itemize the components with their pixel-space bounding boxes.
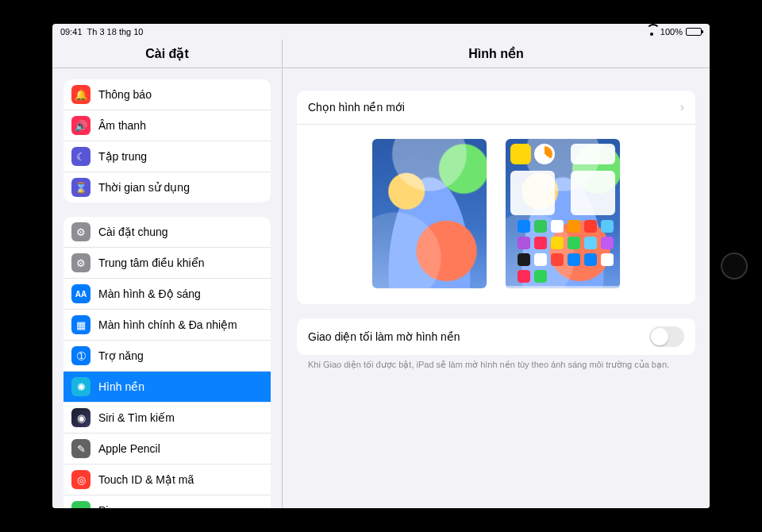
home-button[interactable] bbox=[721, 253, 748, 279]
gear-icon: ⚙ bbox=[71, 222, 90, 241]
sidebar-item-focus[interactable]: ☾ Tập trung bbox=[64, 141, 271, 172]
dark-dim-toggle[interactable] bbox=[649, 326, 684, 347]
homescreen-preview[interactable] bbox=[506, 139, 620, 288]
content: 🔔 Thông báo 🔊 Âm thanh ☾ Tập trung ⌛ Thờ… bbox=[52, 68, 710, 508]
wallpaper-previews bbox=[297, 125, 695, 304]
dock bbox=[506, 286, 620, 288]
app-grid bbox=[506, 217, 620, 286]
screen: 09:41 Th 3 18 thg 10 100% Cài đặt Hình n… bbox=[52, 24, 710, 508]
sidebar-item-label: Pin bbox=[98, 504, 114, 508]
grid-icon: ▦ bbox=[71, 315, 90, 334]
widget-notes bbox=[571, 144, 615, 164]
speaker-icon: 🔊 bbox=[71, 116, 90, 135]
page-title: Hình nền bbox=[283, 40, 710, 67]
sidebar-item-home-multitask[interactable]: ▦ Màn hình chính & Đa nhiệm bbox=[64, 310, 271, 341]
sidebar-item-screentime[interactable]: ⌛ Thời gian sử dụng bbox=[64, 172, 271, 202]
status-date: Th 3 18 thg 10 bbox=[87, 27, 144, 37]
battery-percent: 100% bbox=[660, 27, 683, 37]
text-size-icon: AA bbox=[71, 284, 90, 303]
sidebar[interactable]: 🔔 Thông báo 🔊 Âm thanh ☾ Tập trung ⌛ Thờ… bbox=[52, 68, 283, 508]
sidebar-item-label: Trung tâm điều khiển bbox=[98, 256, 204, 269]
sidebar-item-wallpaper[interactable]: ✺ Hình nền bbox=[64, 372, 271, 403]
sidebar-item-label: Tập trung bbox=[98, 150, 147, 163]
dark-dim-card: Giao diện tối làm mờ hình nền bbox=[297, 318, 695, 355]
dark-dim-footer: Khi Giao diện tối được bật, iPad sẽ làm … bbox=[297, 355, 695, 370]
status-time: 09:41 bbox=[60, 27, 83, 37]
siri-icon: ◉ bbox=[71, 408, 90, 427]
header-bar: Cài đặt Hình nền bbox=[52, 40, 710, 68]
sidebar-item-label: Siri & Tìm kiếm bbox=[98, 411, 175, 424]
sidebar-item-general[interactable]: ⚙ Cài đặt chung bbox=[64, 217, 271, 248]
choose-wallpaper-card: Chọn hình nền mới › bbox=[297, 91, 695, 304]
battery-icon: ▬ bbox=[71, 501, 90, 508]
lockscreen-preview[interactable] bbox=[372, 139, 487, 288]
sidebar-item-label: Trợ năng bbox=[98, 349, 144, 362]
choose-new-wallpaper-row[interactable]: Chọn hình nền mới › bbox=[297, 91, 695, 125]
widget-calendar bbox=[510, 171, 555, 215]
pencil-icon: ✎ bbox=[71, 439, 90, 458]
sidebar-item-touch-id[interactable]: ◎ Touch ID & Mật mã bbox=[64, 465, 271, 495]
sidebar-item-label: Âm thanh bbox=[98, 119, 146, 132]
sidebar-item-notifications[interactable]: 🔔 Thông báo bbox=[64, 79, 271, 110]
sidebar-group-2: ⚙ Cài đặt chung ⚙ Trung tâm điều khiển A… bbox=[64, 217, 271, 508]
sidebar-item-accessibility[interactable]: ➀ Trợ năng bbox=[64, 341, 271, 372]
choose-new-wallpaper-label: Chọn hình nền mới bbox=[308, 101, 405, 114]
bell-icon: 🔔 bbox=[71, 85, 90, 104]
sidebar-item-label: Apple Pencil bbox=[98, 442, 160, 455]
wallpaper-icon: ✺ bbox=[71, 377, 90, 396]
sidebar-item-label: Màn hình & Độ sáng bbox=[98, 287, 201, 300]
sidebar-item-label: Cài đặt chung bbox=[98, 226, 168, 238]
sidebar-item-control-center[interactable]: ⚙ Trung tâm điều khiển bbox=[64, 248, 271, 279]
sidebar-item-sound[interactable]: 🔊 Âm thanh bbox=[64, 110, 271, 141]
detail-pane[interactable]: Chọn hình nền mới › bbox=[283, 68, 710, 508]
chevron-right-icon: › bbox=[680, 100, 684, 114]
fingerprint-icon: ◎ bbox=[71, 470, 90, 489]
sidebar-title: Cài đặt bbox=[52, 40, 283, 67]
sidebar-item-apple-pencil[interactable]: ✎ Apple Pencil bbox=[64, 434, 271, 465]
hourglass-icon: ⌛ bbox=[71, 178, 90, 197]
dark-dim-row: Giao diện tối làm mờ hình nền bbox=[297, 318, 695, 355]
sidebar-item-display[interactable]: AA Màn hình & Độ sáng bbox=[64, 279, 271, 310]
widget-clock bbox=[534, 144, 555, 164]
battery-icon bbox=[686, 28, 702, 36]
sidebar-item-label: Thông báo bbox=[98, 88, 152, 101]
sidebar-item-label: Màn hình chính & Đa nhiệm bbox=[98, 318, 237, 331]
widget-reminders bbox=[571, 171, 615, 215]
device-frame: 09:41 Th 3 18 thg 10 100% Cài đặt Hình n… bbox=[0, 0, 762, 532]
moon-icon: ☾ bbox=[71, 147, 90, 166]
switches-icon: ⚙ bbox=[71, 253, 90, 272]
wifi-icon bbox=[646, 28, 657, 36]
widget-weather bbox=[510, 144, 531, 164]
sidebar-item-label: Touch ID & Mật mã bbox=[98, 473, 194, 486]
dark-dim-label: Giao diện tối làm mờ hình nền bbox=[308, 330, 460, 343]
homescreen-ui-overlay bbox=[506, 139, 620, 288]
accessibility-icon: ➀ bbox=[71, 346, 90, 365]
sidebar-item-siri[interactable]: ◉ Siri & Tìm kiếm bbox=[64, 403, 271, 434]
sidebar-group-1: 🔔 Thông báo 🔊 Âm thanh ☾ Tập trung ⌛ Thờ… bbox=[64, 79, 271, 202]
sidebar-item-battery[interactable]: ▬ Pin bbox=[64, 495, 271, 508]
status-bar: 09:41 Th 3 18 thg 10 100% bbox=[52, 24, 710, 40]
sidebar-item-label: Hình nền bbox=[98, 380, 144, 393]
sidebar-item-label: Thời gian sử dụng bbox=[98, 181, 190, 194]
